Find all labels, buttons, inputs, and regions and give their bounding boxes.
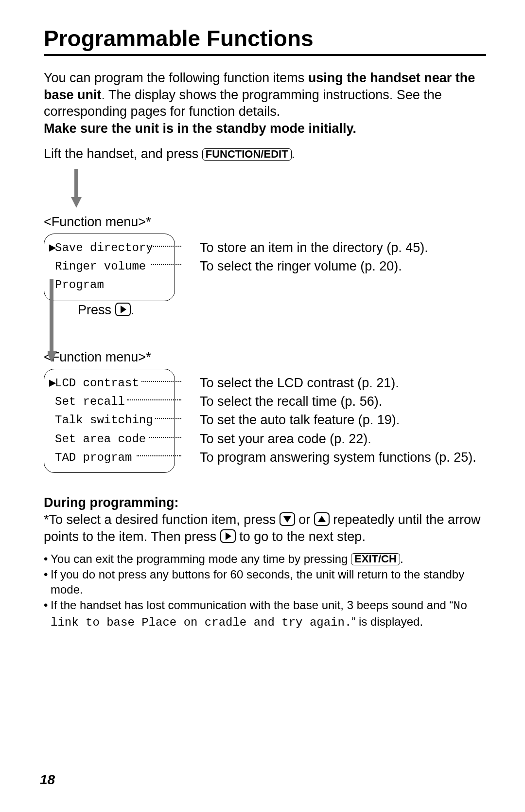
- step1-text-b: .: [292, 146, 296, 161]
- during-line1b: or: [295, 512, 314, 527]
- page-title: Programmable Functions: [44, 27, 486, 50]
- up-key-icon: [314, 512, 330, 526]
- function-menu-label-2: <Function menu>*: [44, 350, 486, 365]
- notes-list: • You can exit the programming mode any …: [44, 551, 486, 630]
- leader-dots: [147, 246, 181, 247]
- svg-marker-9: [318, 516, 326, 522]
- step1-text-a: Lift the handset, and press: [44, 146, 202, 161]
- lcd-desc: To set the auto talk feature (p. 19).: [200, 410, 400, 431]
- svg-marker-3: [48, 351, 57, 362]
- during-heading: During programming:: [44, 495, 179, 510]
- note-item: • If the handset has lost communication …: [44, 597, 486, 630]
- step-lift-handset: Lift the handset, and press FUNCTION/EDI…: [44, 145, 486, 162]
- function-edit-button-label: FUNCTION/EDIT: [202, 148, 292, 161]
- lcd-item: Set recall: [55, 393, 125, 411]
- during-programming-section: During programming: *To select a desired…: [44, 494, 486, 545]
- lcd-item: Talk switching: [55, 411, 153, 430]
- flow-arrow-program: [48, 279, 67, 362]
- lcd-desc: To select the recall time (p. 56).: [200, 391, 382, 412]
- right-key-icon: [115, 303, 131, 316]
- cursor-icon: ▶: [49, 374, 55, 393]
- leader-dots: [137, 455, 181, 456]
- function-menu-label-1: <Function menu>*: [44, 215, 486, 230]
- note-text: If you do not press any buttons for 60 s…: [51, 568, 464, 596]
- lcd-item: Ringer volume: [55, 257, 146, 276]
- title-rule: [44, 54, 486, 56]
- cursor-icon: ▶: [49, 239, 55, 257]
- leader-dots: [149, 437, 181, 438]
- lcd-item: TAD program: [55, 449, 132, 467]
- lcd-desc: To select the ringer volume (p. 20).: [200, 256, 402, 277]
- leader-dots: [141, 381, 181, 382]
- page-number: 18: [40, 772, 55, 788]
- lcd-desc: To set your area code (p. 22).: [200, 429, 371, 450]
- svg-marker-5: [121, 306, 126, 313]
- lcd-item: Set area code: [55, 430, 146, 449]
- lcd-box-2: ▶LCD contrast To select the LCD contrast…: [44, 369, 175, 473]
- during-line1a: *To select a desired function item, pres…: [44, 512, 280, 527]
- note-text-b: .: [400, 552, 403, 565]
- note-text-b: ” is displayed.: [351, 615, 423, 628]
- standby-note: Make sure the unit is in the standby mod…: [44, 121, 356, 136]
- svg-marker-11: [226, 532, 231, 540]
- intro-paragraph: You can program the following function i…: [44, 70, 486, 137]
- leader-dots: [151, 264, 181, 265]
- press-right-step: Press .: [78, 303, 486, 318]
- lcd-desc: To store an item in the directory (p. 45…: [200, 237, 428, 258]
- function-menu-2: ▶LCD contrast To select the LCD contrast…: [44, 369, 486, 476]
- press-text-a: Press: [78, 303, 115, 317]
- lcd-item: Save directory: [55, 239, 153, 257]
- leader-dots: [155, 418, 181, 419]
- function-menu-1: ▶Save directory To store an item in the …: [44, 234, 486, 297]
- down-key-icon: [280, 512, 295, 526]
- press-text-b: .: [131, 303, 135, 317]
- during-line1d: to go to the next step.: [236, 529, 366, 544]
- right-key-icon: [220, 529, 236, 543]
- note-text: If the handset has lost communication wi…: [51, 598, 454, 612]
- lcd-desc: To select the LCD contrast (p. 21).: [200, 373, 399, 394]
- flow-arrow-1: [71, 169, 486, 208]
- note-text: You can exit the programming mode any ti…: [51, 552, 351, 565]
- note-item: • You can exit the programming mode any …: [44, 551, 403, 567]
- leader-dots: [127, 399, 181, 400]
- note-item: • If you do not press any buttons for 60…: [44, 567, 486, 597]
- intro-text2: . The display shows the programming inst…: [44, 88, 442, 119]
- svg-marker-1: [71, 197, 82, 208]
- manual-page: Programmable Functions You can program t…: [0, 0, 525, 812]
- svg-marker-7: [283, 516, 291, 523]
- exit-ch-button-label: EXIT/CH: [351, 553, 400, 565]
- intro-text: You can program the following function i…: [44, 71, 308, 85]
- lcd-desc: To program answering system functions (p…: [200, 447, 476, 468]
- lcd-item: LCD contrast: [55, 374, 139, 393]
